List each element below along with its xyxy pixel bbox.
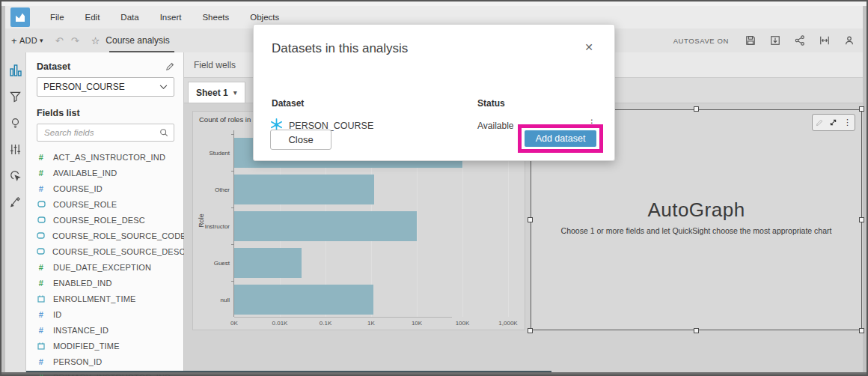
category-label: Student [209,150,230,157]
left-icon-rail [5,52,26,372]
selection-handle[interactable] [859,217,864,222]
actions-icon[interactable] [8,168,23,183]
field-item-label: ENABLED_IND [53,279,112,288]
hash-icon: # [37,169,46,178]
x-tick-label: 1,000K [498,320,517,327]
add-button[interactable]: + ADD ▾ [11,35,43,46]
field-item-course_role_source_desc[interactable]: COURSE_ROLE_SOURCE_DESC [37,243,174,259]
themes-icon[interactable] [8,194,23,209]
annotation-highlight-box: Add dataset [518,124,603,153]
close-button[interactable]: Close [270,130,331,150]
y-axis-tick [231,134,234,135]
menu-item-sheets[interactable]: Sheets [202,13,229,22]
quicksight-logo-icon[interactable] [10,7,30,27]
bar-null[interactable] [234,285,373,315]
field-item-label: AVAILABLE_IND [53,169,117,178]
field-item-course_role_source_code[interactable]: COURSE_ROLE_SOURCE_CODE [37,228,174,243]
field-item-course_role[interactable]: COURSE_ROLE [37,196,174,212]
parameters-icon[interactable] [8,142,23,157]
selection-handle[interactable] [859,106,864,112]
user-icon[interactable] [843,34,855,46]
field-item-available_ind[interactable]: #AVAILABLE_IND [37,165,174,181]
expand-visual-icon[interactable] [829,118,837,127]
dataset-select-value: PERSON_COURSE [43,82,125,92]
sheet-tab[interactable]: Sheet 1 ▾ [188,82,245,103]
dataset-select[interactable]: PERSON_COURSE [37,77,174,97]
y-axis-tick [231,281,234,282]
menu-items: FileEditDataInsertSheetsObjects [50,13,279,22]
visual-hover-toolbar: ⋮ [812,114,855,131]
field-item-label: MODIFIED_TIME [53,342,120,351]
analysis-name: Course analysis [106,35,169,46]
modal-dataset-status: Available [477,121,513,131]
modal-title: Datasets in this analysis [272,41,408,56]
hash-icon: # [37,153,46,162]
x-tick-label: 10K [412,320,422,327]
close-icon[interactable]: ✕ [584,41,593,53]
insights-icon[interactable] [8,115,23,130]
fit-width-icon[interactable] [819,34,831,46]
edit-visual-pencil-icon[interactable] [816,119,823,127]
selection-handle[interactable] [859,328,864,333]
field-item-course_id[interactable]: #COURSE_ID [37,181,174,196]
field-item-label: COURSE_ROLE_SOURCE_CODE [52,231,186,240]
export-icon[interactable] [769,34,781,46]
status-column-header: Status [477,98,505,109]
string-icon [37,216,46,223]
field-item-act_as_instructor_ind[interactable]: #ACT_AS_INSTRUCTOR_IND [37,149,174,165]
analysis-tab[interactable]: ☆ Course analysis [91,28,170,52]
search-icon [159,128,168,137]
visual-menu-kebab-icon[interactable]: ⋮ [843,118,852,127]
x-tick-label: 0.01K [272,320,288,327]
autograph-title: AutoGraph [531,198,861,222]
category-label: null [221,297,230,303]
autosave-status: AUTOSAVE ON [673,37,729,45]
save-icon[interactable] [745,34,757,46]
field-item-label: COURSE_ROLE [53,200,117,209]
string-icon [37,232,45,239]
star-icon[interactable]: ☆ [91,35,100,46]
field-item-label: DUE_DATE_EXCEPTION [53,263,151,272]
search-input[interactable] [43,127,159,138]
field-item-person_id[interactable]: #PERSON_ID [37,354,174,369]
hash-icon: # [37,279,46,288]
field-item-instance_id[interactable]: #INSTANCE_ID [37,322,174,338]
string-icon [37,248,45,255]
sheet-tab-label: Sheet 1 [196,88,228,98]
menu-item-edit[interactable]: Edit [85,13,100,22]
selection-handle[interactable] [528,328,533,333]
hash-icon: # [37,357,46,366]
undo-icon[interactable]: ↶ [55,35,64,46]
edit-dataset-pencil-icon[interactable] [165,62,174,71]
menu-item-file[interactable]: File [50,13,64,22]
add-dataset-button[interactable]: Add dataset [525,130,596,147]
bar-instructor[interactable] [234,211,417,241]
category-label: Instructor [205,223,230,230]
bar-guest[interactable] [234,248,302,278]
field-item-enabled_ind[interactable]: #ENABLED_IND [37,275,174,291]
calendar-icon [37,342,46,350]
x-tick-label: 1K [367,320,375,327]
chevron-down-icon [159,85,168,90]
field-item-course_role_desc[interactable]: COURSE_ROLE_DESC [37,212,174,228]
menu-item-insert[interactable]: Insert [160,13,182,22]
field-item-enrollment_time[interactable]: ENROLLMENT_TIME [37,291,174,306]
visualize-icon[interactable] [8,63,23,78]
field-item-label: ENROLLMENT_TIME [53,294,136,303]
y-axis-tick [231,207,234,208]
share-icon[interactable] [794,34,806,46]
selection-handle[interactable] [528,217,533,222]
menu-item-objects[interactable]: Objects [250,13,279,22]
fields-search [37,124,174,142]
redo-icon[interactable]: ↷ [71,35,79,46]
field-item-modified_time[interactable]: MODIFIED_TIME [37,338,174,354]
selection-handle[interactable] [694,328,699,333]
field-item-id[interactable]: #ID [37,306,174,322]
x-tick-label: 0.1K [320,320,331,327]
bar-other[interactable] [234,175,374,204]
field-item-due_date_exception[interactable]: #DUE_DATE_EXCEPTION [37,259,174,275]
menu-item-data[interactable]: Data [120,13,138,22]
hash-icon: # [37,310,46,319]
selection-handle[interactable] [694,106,699,112]
filter-icon[interactable] [8,89,23,104]
